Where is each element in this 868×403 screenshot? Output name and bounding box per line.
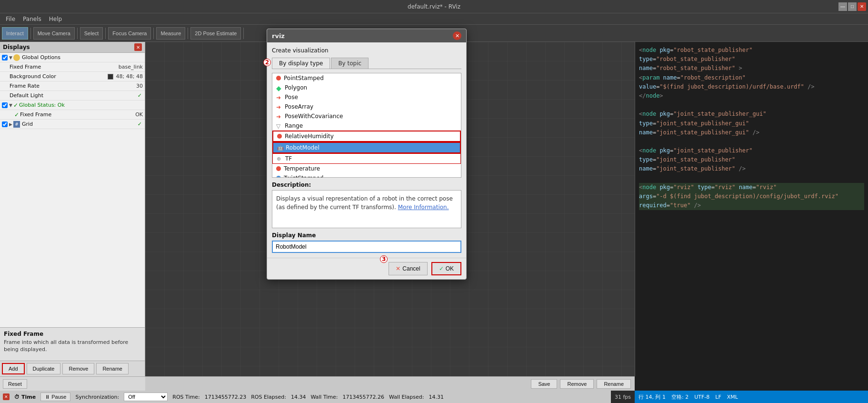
default-light-value: ✓ — [138, 92, 142, 99]
remove-button[interactable]: Remove — [62, 363, 94, 374]
rename-action-button[interactable]: Rename — [597, 379, 631, 389]
wall-elapsed-label: Wall Elapsed: — [389, 394, 424, 400]
toolbar-sep-3 — [105, 28, 106, 39]
wall-time-label: Wall Time: — [310, 394, 338, 400]
pause-button[interactable]: ⏸ Pause — [40, 393, 70, 401]
polygon-label: Polygon — [285, 84, 307, 91]
ok-label: OK — [446, 265, 454, 272]
action-bar: Save Remove Rename — [145, 376, 635, 391]
displays-panel-close[interactable]: ✕ — [134, 43, 142, 51]
list-item-posearray[interactable]: ➜ PoseArray — [272, 102, 461, 111]
display-name-input[interactable]: RobotModel — [272, 241, 461, 253]
displays-tree[interactable]: ▼ Global Options Fixed Frame base_link B… — [0, 53, 145, 327]
displays-panel-header: Displays ✕ — [0, 42, 145, 53]
maximize-button[interactable]: □ — [848, 2, 857, 11]
display-list[interactable]: PointStamped ◆ Polygon ➜ Pose ➜ PoseArra… — [272, 73, 461, 178]
code-editor[interactable]: <node pkg="robot_state_publisher" type="… — [635, 42, 868, 376]
global-status-checkbox[interactable] — [2, 102, 8, 108]
add-button[interactable]: Add — [2, 363, 25, 374]
toolbar-sep-2 — [77, 28, 78, 39]
toolbar-sep-5 — [188, 28, 188, 39]
bg-color-value: 48; 48; 48 — [116, 73, 143, 80]
cancel-icon: ✕ — [396, 265, 400, 272]
list-item-twiststamped[interactable]: TwistStamped — [272, 173, 461, 178]
bg-color-row[interactable]: Background Color 48; 48; 48 — [0, 72, 145, 81]
robotmodel-label: RobotModel — [286, 144, 319, 151]
step-2-indicator: 2 — [263, 59, 271, 66]
rename-button[interactable]: Rename — [96, 363, 129, 374]
code-line-12: name="joint_state_publisher" /> — [639, 164, 864, 173]
global-status-row[interactable]: ▼ ✓ Global Status: Ok — [0, 101, 145, 110]
code-line-1: <node pkg="robot_state_publisher" — [639, 46, 864, 55]
tab-bar: By display type By topic — [272, 58, 461, 69]
pose-estimate-button[interactable]: 2D Pose Estimate — [190, 27, 241, 40]
default-light-row[interactable]: Default Light ✓ — [0, 91, 145, 101]
fixed-frame-status-row[interactable]: ✓ Fixed Frame OK — [0, 110, 145, 120]
tf-icon: ⊕ — [277, 156, 282, 161]
measure-button[interactable]: Measure — [156, 27, 185, 40]
list-item-pose[interactable]: ➜ Pose — [272, 92, 461, 102]
frame-rate-row[interactable]: Frame Rate 30 — [0, 81, 145, 91]
code-line-blank-3 — [639, 174, 864, 183]
global-options-row[interactable]: ▼ Global Options — [0, 53, 145, 62]
create-visualization-modal: rviz ✕ Create visualization 2 By display… — [267, 29, 467, 280]
code-line-blank-2 — [639, 137, 864, 146]
global-status-label: Global Status: Ok — [19, 102, 143, 108]
encoding: UTF-8 — [694, 394, 709, 400]
reset-container: Reset — [0, 376, 145, 391]
fixed-frame-row[interactable]: Fixed Frame base_link — [0, 62, 145, 72]
global-options-expand[interactable]: ▼ — [9, 55, 12, 60]
grid-checkbox[interactable] — [2, 121, 8, 127]
sync-select[interactable]: Off Exact Approximate — [124, 393, 168, 401]
menu-file[interactable]: File — [2, 15, 19, 23]
list-item-robotmodel[interactable]: 🤖 RobotModel — [272, 142, 461, 153]
time-panel-close[interactable]: ✕ — [3, 393, 10, 400]
global-options-label: Global Options — [22, 54, 143, 60]
toolbar-sep-4 — [153, 28, 154, 39]
list-item-polygon[interactable]: ◆ Polygon — [272, 83, 461, 92]
step-3-indicator: 3 — [380, 255, 388, 263]
list-item-temperature[interactable]: Temperature — [272, 164, 461, 173]
menu-panels[interactable]: Panels — [19, 15, 45, 23]
grid-expand[interactable]: ▶ — [9, 122, 12, 127]
ok-button[interactable]: ✓ OK — [431, 262, 461, 275]
list-item-tf[interactable]: ⊕ TF — [272, 153, 461, 164]
grid-icon: # — [13, 121, 20, 128]
displays-panel-title: Displays — [3, 44, 30, 50]
description-box: Displays a visual representation of a ro… — [272, 190, 461, 228]
list-item-relativehumidity[interactable]: RelativeHumidity — [272, 131, 461, 142]
move-camera-button[interactable]: Move Camera — [33, 27, 75, 40]
list-item-range[interactable]: ▽ Range — [272, 121, 461, 131]
grid-row[interactable]: ▶ # Grid ✓ — [0, 120, 145, 129]
tab-by-topic[interactable]: By topic — [331, 58, 369, 69]
tab-display-type[interactable]: By display type — [272, 58, 330, 69]
displays-panel: Displays ✕ ▼ Global Options Fixed Frame … — [0, 42, 145, 376]
remove-action-button[interactable]: Remove — [560, 379, 594, 389]
code-line-4: <param name="robot_description" — [639, 73, 864, 82]
posewithcovariance-label: PoseWithCovariance — [285, 113, 343, 120]
close-button[interactable]: ✕ — [858, 2, 866, 11]
twiststamped-dot — [276, 176, 281, 178]
modal-close-button[interactable]: ✕ — [453, 31, 461, 40]
time-panel-title: ⏱ Time — [14, 394, 36, 400]
minimize-button[interactable]: — — [838, 2, 847, 11]
description-link[interactable]: More Information. — [398, 204, 449, 211]
cancel-button[interactable]: ✕ Cancel — [389, 262, 427, 275]
list-item-posewithcovariance[interactable]: ➜ PoseWithCovariance — [272, 111, 461, 121]
menu-help[interactable]: Help — [45, 15, 66, 23]
focus-camera-button[interactable]: Focus Camera — [108, 27, 151, 40]
code-line-3: name="robot_state_publisher" > — [639, 64, 864, 73]
frame-rate-label: Frame Rate — [10, 83, 134, 89]
global-options-checkbox[interactable] — [2, 55, 8, 60]
code-line-2: type="robot_state_publisher" — [639, 55, 864, 64]
global-status-expand[interactable]: ▼ — [9, 103, 12, 108]
wall-time-value: 1713455772.26 — [343, 394, 384, 400]
interact-button[interactable]: Interact — [2, 27, 28, 40]
reset-button[interactable]: Reset — [3, 379, 27, 389]
list-item-pointstamped[interactable]: PointStamped — [272, 73, 461, 83]
time-panel: ✕ ⏱ Time ⏸ Pause Synchronization: Off Ex… — [0, 391, 611, 403]
save-action-button[interactable]: Save — [531, 379, 557, 389]
select-button[interactable]: Select — [80, 27, 103, 40]
duplicate-button[interactable]: Duplicate — [27, 363, 61, 374]
info-text: Frame into which all data is transformed… — [4, 339, 141, 353]
